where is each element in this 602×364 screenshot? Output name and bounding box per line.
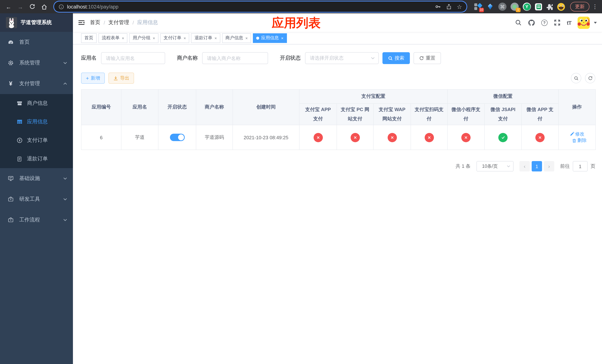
extensions-puzzle-icon[interactable] xyxy=(546,3,553,10)
sidebar-item-payment[interactable]: ¥ 支付管理 xyxy=(0,73,73,94)
refresh-table-button[interactable] xyxy=(585,73,595,83)
status-disabled-icon xyxy=(350,133,360,142)
col-alipay-app: 支付宝 APP 支付 xyxy=(299,104,337,125)
search-form: 应用名 商户名称 开启状态 请选择开启状态 搜索 xyxy=(81,52,595,64)
sidebar-item-pay-order[interactable]: ¥ 支付订单 xyxy=(0,131,73,150)
svg-text:¥: ¥ xyxy=(19,139,20,142)
tag-pay-order[interactable]: 支付订单× xyxy=(160,33,189,43)
status-label: 开启状态 xyxy=(280,55,301,62)
tag-refund-order[interactable]: 退款订单× xyxy=(191,33,220,43)
col-operations: 操作 xyxy=(559,89,595,125)
command-extension-icon[interactable]: ⌘ xyxy=(498,3,506,11)
merchant-name-input[interactable] xyxy=(202,52,268,64)
breadcrumb-item[interactable]: 支付管理 xyxy=(108,19,129,26)
user-avatar[interactable] xyxy=(578,16,590,29)
url-text[interactable]: localhost:1024/pay/app xyxy=(67,4,432,10)
extension-y-icon[interactable]: Y xyxy=(523,3,531,11)
extension-gem-icon[interactable] xyxy=(486,3,494,11)
status-toggle[interactable] xyxy=(170,134,184,141)
show-search-button[interactable] xyxy=(571,73,581,83)
active-dot-icon xyxy=(256,36,259,39)
reset-button[interactable]: 重置 xyxy=(414,52,441,64)
avatar-caret-icon[interactable] xyxy=(594,22,597,23)
export-button[interactable]: 导出 xyxy=(108,73,134,84)
group-wechat-config: 微信配置 xyxy=(447,89,559,104)
extension-badge: 10 xyxy=(479,8,484,12)
status-select[interactable]: 请选择开启状态 xyxy=(305,52,379,64)
current-page-button[interactable]: 1 xyxy=(532,161,542,172)
status-disabled-icon xyxy=(313,133,323,142)
search-icon[interactable] xyxy=(515,19,522,26)
share-icon[interactable] xyxy=(446,4,452,10)
extension-recorder-icon[interactable]: 1 xyxy=(511,3,519,11)
home-icon[interactable] xyxy=(39,2,49,11)
back-icon[interactable]: ← xyxy=(4,2,13,11)
page-size-select[interactable]: 10条/页 xyxy=(476,161,514,172)
tag-home[interactable]: 首页 xyxy=(81,33,97,43)
sidebar-item-infra[interactable]: 基础设施 xyxy=(0,168,73,189)
col-wechat-jsapi: 微信 JSAPI 支付 xyxy=(484,104,521,125)
profile-emoji-icon[interactable] xyxy=(557,3,565,11)
table-toolbar: + 新增 导出 xyxy=(81,73,595,84)
browser-menu-icon[interactable]: ⋮ xyxy=(592,3,598,10)
sidebar-collapse-icon[interactable] xyxy=(78,20,85,26)
sidebar-item-merchant-info[interactable]: 商户信息 xyxy=(0,94,73,113)
cell-created: 2021-10-23 08:49:25 xyxy=(233,125,299,150)
close-icon[interactable]: × xyxy=(153,36,155,40)
tag-merchant-info[interactable]: 商户信息× xyxy=(222,33,251,43)
sidebar-item-workflow[interactable]: 工作流程 xyxy=(0,210,73,230)
table-row: 6 芋道 芋道源码 2021-10-23 08:49:25 xyxy=(81,125,595,150)
close-icon[interactable]: × xyxy=(246,36,248,40)
col-wechat-mini: 微信小程序支付 xyxy=(447,104,484,125)
edit-button[interactable]: 修改 xyxy=(570,131,584,137)
close-icon[interactable]: × xyxy=(281,36,283,40)
delete-button[interactable]: 删除 xyxy=(572,138,587,144)
site-info-icon[interactable] xyxy=(58,4,64,10)
app-name-label: 应用名 xyxy=(81,55,97,62)
tag-app-info[interactable]: 应用信息× xyxy=(253,33,287,43)
chrome-update-button[interactable]: 更新 xyxy=(570,2,589,11)
close-icon[interactable]: × xyxy=(215,36,217,40)
font-size-icon[interactable]: tT xyxy=(567,20,571,26)
sidebar-item-system[interactable]: 系统管理 xyxy=(0,53,73,73)
sidebar-item-home[interactable]: 首页 xyxy=(0,32,73,53)
extension-blocks-icon[interactable]: 10 xyxy=(474,3,482,11)
next-page-button[interactable]: › xyxy=(544,161,554,172)
sidebar-item-devtools[interactable]: 研发工具 xyxy=(0,189,73,210)
status-disabled-icon xyxy=(535,133,545,142)
forward-icon[interactable]: → xyxy=(16,2,25,11)
github-icon[interactable] xyxy=(528,19,535,26)
close-icon[interactable]: × xyxy=(184,36,186,40)
password-key-icon[interactable] xyxy=(435,4,441,10)
search-button[interactable]: 搜索 xyxy=(382,52,410,64)
extension-notes-icon[interactable] xyxy=(535,3,542,10)
help-icon[interactable]: ? xyxy=(541,20,548,26)
chevron-down-icon xyxy=(63,62,67,64)
close-icon[interactable]: × xyxy=(122,36,124,40)
status-enabled-icon xyxy=(498,133,508,142)
fullscreen-icon[interactable] xyxy=(554,19,560,26)
sidebar: 芋道管理系统 首页 系统管理 ¥ 支付管理 xyxy=(0,13,73,364)
add-button[interactable]: + 新增 xyxy=(81,73,105,84)
sidebar-item-refund-order[interactable]: 退款订单 xyxy=(0,150,73,168)
search-icon xyxy=(574,76,579,81)
app-name-input[interactable] xyxy=(101,52,165,64)
tag-user-group[interactable]: 用户分组× xyxy=(129,33,159,43)
prev-page-button[interactable]: ‹ xyxy=(519,161,530,172)
tags-view-bar: 首页 流程表单× 用户分组× 支付订单× 退款订单× 商户信息× 应用信息× xyxy=(73,32,602,44)
app-title: 芋道管理系统 xyxy=(21,19,52,26)
document-icon xyxy=(16,156,22,162)
reload-icon[interactable] xyxy=(27,2,37,11)
col-created: 创建时间 xyxy=(233,89,299,125)
cell-merchant: 芋道源码 xyxy=(196,125,233,150)
tag-process-form[interactable]: 流程表单× xyxy=(98,33,128,43)
breadcrumb-item[interactable]: 首页 xyxy=(90,19,100,26)
sidebar-item-app-info[interactable]: 应用信息 xyxy=(0,113,73,131)
goto-page-input[interactable] xyxy=(573,161,588,172)
grid-table-icon xyxy=(16,119,22,125)
col-alipay-wap: 支付宝 WAP 网站支付 xyxy=(373,104,411,125)
dashboard-icon xyxy=(7,39,14,45)
browser-toolbar: ← → localhost:1024/pay/app ☆ xyxy=(0,0,602,13)
address-bar[interactable]: localhost:1024/pay/app ☆ xyxy=(54,1,466,12)
bookmark-star-icon[interactable]: ☆ xyxy=(457,3,462,10)
